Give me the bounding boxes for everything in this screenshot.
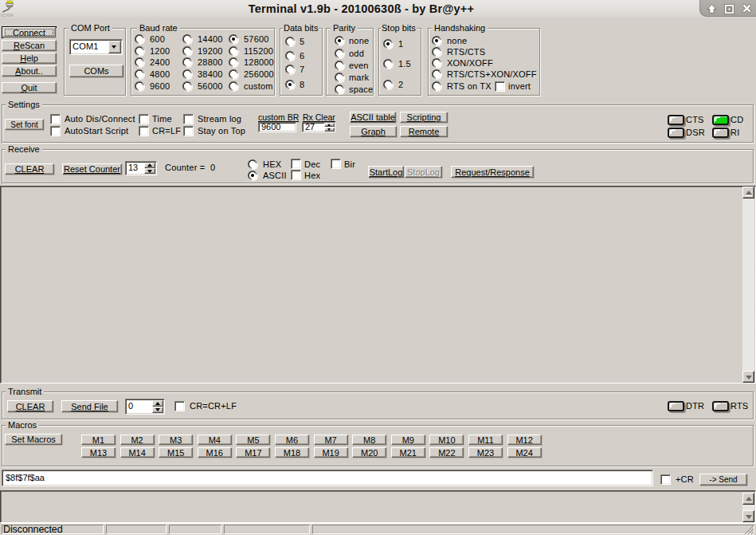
svg-text:TERM: TERM [0,13,14,18]
